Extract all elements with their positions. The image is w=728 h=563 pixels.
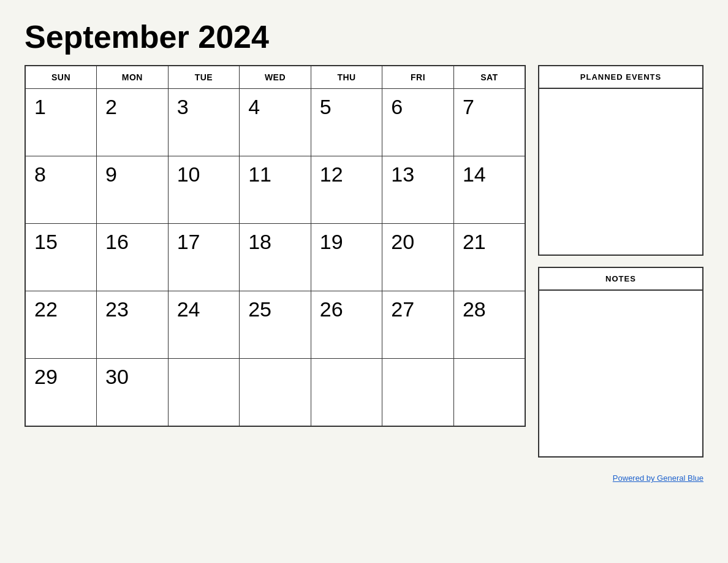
- planned-events-title: PLANNED EVENTS: [539, 66, 702, 89]
- calendar-day-22[interactable]: 22: [25, 291, 97, 359]
- calendar-day-20[interactable]: 20: [382, 224, 454, 291]
- calendar-day-26[interactable]: 26: [311, 291, 382, 359]
- calendar-week-row: 1234567: [25, 89, 525, 156]
- day-header-sun: SUN: [25, 66, 97, 89]
- calendar-day-13[interactable]: 13: [382, 156, 454, 224]
- day-header-sat: SAT: [453, 66, 525, 89]
- calendar-day-16[interactable]: 16: [97, 224, 169, 291]
- calendar-day-25[interactable]: 25: [240, 291, 311, 359]
- calendar-section: SUNMONTUEWEDTHUFRISAT 123456789101112131…: [25, 65, 526, 427]
- calendar-day-30[interactable]: 30: [97, 359, 169, 426]
- powered-by: Powered by General Blue: [538, 473, 703, 483]
- calendar-day-4[interactable]: 4: [240, 89, 311, 156]
- calendar-day-14[interactable]: 14: [453, 156, 525, 224]
- calendar-day-1[interactable]: 1: [25, 89, 97, 156]
- notes-title: NOTES: [539, 268, 702, 291]
- calendar-day-8[interactable]: 8: [25, 156, 97, 224]
- page-title: September 2024: [25, 18, 703, 55]
- calendar-day-18[interactable]: 18: [240, 224, 311, 291]
- planned-events-box: PLANNED EVENTS: [538, 65, 703, 256]
- calendar-week-row: 891011121314: [25, 156, 525, 224]
- day-header-tue: TUE: [168, 66, 240, 89]
- calendar-week-row: 22232425262728: [25, 291, 525, 359]
- day-header-mon: MON: [97, 66, 169, 89]
- calendar-day-3[interactable]: 3: [168, 89, 240, 156]
- calendar-day-11[interactable]: 11: [240, 156, 311, 224]
- calendar-day-10[interactable]: 10: [168, 156, 240, 224]
- calendar-day-24[interactable]: 24: [168, 291, 240, 359]
- calendar-day-2[interactable]: 2: [97, 89, 169, 156]
- calendar-day-17[interactable]: 17: [168, 224, 240, 291]
- calendar-day-21[interactable]: 21: [453, 224, 525, 291]
- calendar-day-6[interactable]: 6: [382, 89, 454, 156]
- calendar-day-5[interactable]: 5: [311, 89, 382, 156]
- calendar-day-28[interactable]: 28: [453, 291, 525, 359]
- calendar-day-29[interactable]: 29: [25, 359, 97, 426]
- notes-box: NOTES: [538, 267, 703, 458]
- planned-events-content[interactable]: [539, 89, 702, 255]
- calendar-week-row: 15161718192021: [25, 224, 525, 291]
- sidebar: PLANNED EVENTS NOTES Powered by General …: [538, 65, 703, 483]
- day-header-fri: FRI: [382, 66, 454, 89]
- calendar-day-empty: [240, 359, 311, 426]
- calendar-table: SUNMONTUEWEDTHUFRISAT 123456789101112131…: [25, 65, 526, 427]
- powered-by-link[interactable]: Powered by General Blue: [613, 473, 703, 483]
- day-header-wed: WED: [240, 66, 311, 89]
- calendar-week-row: 2930: [25, 359, 525, 426]
- main-layout: SUNMONTUEWEDTHUFRISAT 123456789101112131…: [25, 65, 703, 483]
- calendar-day-15[interactable]: 15: [25, 224, 97, 291]
- calendar-day-27[interactable]: 27: [382, 291, 454, 359]
- calendar-day-empty: [453, 359, 525, 426]
- notes-content[interactable]: [539, 291, 702, 456]
- calendar-day-empty: [168, 359, 240, 426]
- calendar-day-9[interactable]: 9: [97, 156, 169, 224]
- calendar-day-23[interactable]: 23: [97, 291, 169, 359]
- calendar-day-12[interactable]: 12: [311, 156, 382, 224]
- calendar-day-empty: [382, 359, 454, 426]
- calendar-day-7[interactable]: 7: [453, 89, 525, 156]
- calendar-day-empty: [311, 359, 382, 426]
- day-header-thu: THU: [311, 66, 382, 89]
- calendar-day-19[interactable]: 19: [311, 224, 382, 291]
